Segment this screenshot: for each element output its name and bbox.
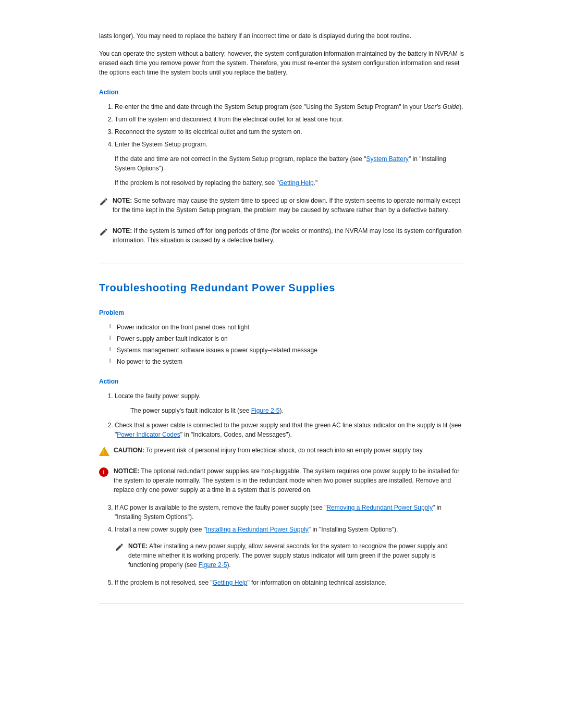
problem-item-4: No power to the system (109, 357, 464, 366)
problem-item-1: Power indicator on the front panel does … (109, 323, 464, 332)
problem-item-3: Systems management software issues a pow… (109, 346, 464, 355)
action-step-1-3: Reconnect the system to its electrical o… (115, 127, 464, 137)
action-steps-1: Re-enter the time and date through the S… (115, 102, 464, 149)
note-box-1: NOTE: Some software may cause the system… (99, 193, 464, 218)
caution-label: CAUTION: (114, 447, 144, 454)
figure-2-5-link-1[interactable]: Figure 2-5 (251, 407, 280, 414)
notice-text: NOTICE: The optional redundant power sup… (114, 466, 464, 495)
problem-label: Problem (99, 308, 464, 317)
note-label-step4: NOTE: (128, 542, 148, 550)
action-step-1-4: Enter the System Setup program. (115, 140, 464, 149)
caution-icon (99, 447, 109, 457)
step1-indent-note: The power supply's fault indicator is li… (130, 406, 464, 415)
note-pencil-icon-step4 (115, 542, 124, 552)
action-steps-2b: If AC power is available to the system, … (115, 503, 464, 587)
action-steps-2: Locate the faulty power supply. The powe… (115, 391, 464, 439)
notice-circle: i (99, 467, 108, 477)
action-section-1: Action Re-enter the time and date throug… (99, 88, 464, 248)
action-step-2-3: If AC power is available to the system, … (115, 503, 464, 522)
problem-list: Power indicator on the front panel does … (109, 323, 464, 366)
intro-paragraph-2: You can operate the system without a bat… (99, 49, 464, 77)
indent-note-2: If the problem is not resolved by replac… (115, 178, 464, 188)
note-text-1: NOTE: Some software may cause the system… (113, 196, 464, 215)
problem-item-2: Power supply amber fault indicator is on (109, 334, 464, 343)
action-step-1-1: Re-enter the time and date through the S… (115, 102, 464, 112)
action-step-2-1: Locate the faulty power supply. The powe… (115, 391, 464, 415)
section-2: Troubleshooting Redundant Power Supplies… (99, 280, 464, 587)
notice-box: i NOTICE: The optional redundant power s… (99, 463, 464, 498)
action-step-1-2: Turn off the system and disconnect it fr… (115, 115, 464, 124)
action-step-2-5: If the problem is not resolved, see "Get… (115, 578, 464, 587)
caution-box: CAUTION: To prevent risk of personal inj… (99, 446, 464, 457)
caution-text: CAUTION: To prevent risk of personal inj… (114, 446, 424, 455)
indent-note-2-prefix: If the problem is not resolved by replac… (115, 179, 279, 187)
indent-note-1: If the date and time are not correct in … (115, 154, 464, 173)
note-text-step4: NOTE: After installing a new power suppl… (128, 541, 464, 570)
note-pencil-icon-2 (99, 227, 108, 237)
figure-2-5-link-2[interactable]: Figure 2-5 (199, 561, 227, 569)
removing-redundant-link[interactable]: Removing a Redundant Power Supply (326, 504, 432, 511)
getting-help-link-1[interactable]: Getting Help (279, 179, 314, 187)
intro-paragraph-1: lasts longer). You may need to replace t… (99, 31, 464, 41)
indent-note-1-prefix: If the date and time are not correct in … (115, 155, 366, 163)
note-label-2: NOTE: (113, 227, 132, 235)
system-battery-link[interactable]: System Battery (366, 155, 409, 163)
section-divider-1 (99, 264, 464, 264)
action-step-2-2: Check that a power cable is connected to… (115, 421, 464, 439)
notice-icon: i (99, 467, 109, 478)
action-step-2-4: Install a new power supply (see "Install… (115, 525, 464, 573)
note-box-step4: NOTE: After installing a new power suppl… (115, 538, 464, 573)
action-label-1: Action (99, 88, 464, 97)
section-divider-2 (99, 603, 464, 603)
indent-note-2-suffix: ." (314, 179, 318, 187)
action-label-2: Action (99, 377, 464, 386)
note-label-1: NOTE: (113, 197, 132, 204)
getting-help-link-2[interactable]: Getting Help (213, 579, 248, 586)
installing-redundant-link[interactable]: Installing a Redundant Power Supply (206, 526, 309, 533)
note-pencil-icon-1 (99, 197, 108, 206)
section-2-title: Troubleshooting Redundant Power Supplies (99, 280, 464, 295)
notice-label: NOTICE: (114, 467, 139, 475)
note-box-2: NOTE: If the system is turned off for lo… (99, 223, 464, 248)
caution-triangle (99, 447, 109, 456)
page-content: lasts longer). You may need to replace t… (57, 0, 506, 650)
power-indicator-codes-link[interactable]: Power Indicator Codes (117, 431, 180, 438)
note-text-2: NOTE: If the system is turned off for lo… (113, 226, 464, 245)
